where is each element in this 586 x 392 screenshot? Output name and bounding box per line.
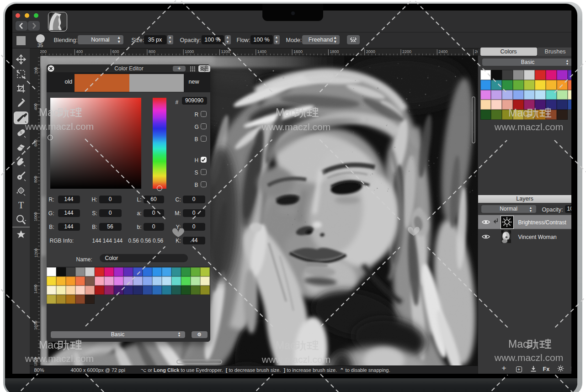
- svg-text:1400: 1400: [257, 49, 266, 53]
- svg-text:1800: 1800: [33, 357, 38, 366]
- svg-text:1600: 1600: [293, 49, 303, 53]
- svg-text:800: 800: [148, 49, 155, 53]
- svg-text:1600: 1600: [33, 321, 38, 330]
- svg-text:2200: 2200: [402, 49, 411, 53]
- svg-text:1200: 1200: [221, 49, 230, 53]
- svg-text:400: 400: [33, 103, 38, 110]
- svg-text:400: 400: [76, 49, 83, 53]
- svg-text:600: 600: [33, 139, 38, 146]
- svg-text:200: 200: [33, 67, 38, 74]
- svg-text:200: 200: [40, 49, 47, 53]
- svg-text:800: 800: [33, 175, 38, 182]
- svg-text:1000: 1000: [185, 49, 194, 53]
- svg-text:2400: 2400: [438, 49, 447, 53]
- svg-text:T: T: [18, 200, 23, 210]
- svg-text:1200: 1200: [33, 248, 38, 257]
- svg-text:+: +: [177, 65, 181, 72]
- svg-text:600: 600: [112, 49, 119, 53]
- svg-text:1000: 1000: [33, 212, 38, 221]
- svg-text:2000: 2000: [366, 49, 375, 53]
- svg-text:1800: 1800: [330, 49, 339, 53]
- svg-text:1400: 1400: [33, 284, 38, 293]
- svg-text:Color Editor: Color Editor: [114, 65, 143, 72]
